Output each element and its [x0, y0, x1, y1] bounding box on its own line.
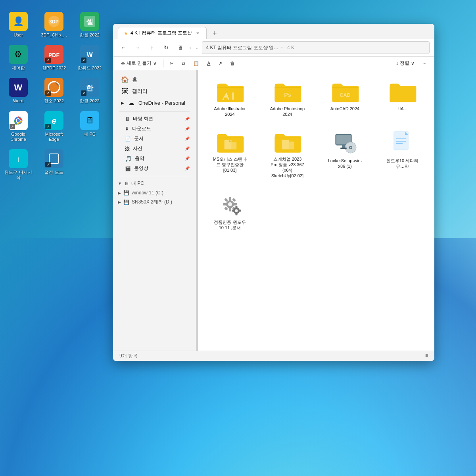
- hancel-icon: 셀: [80, 12, 99, 31]
- sidebar-music-label: 음악: [135, 155, 144, 162]
- address-bar[interactable]: 4 KT 컴퓨터 프로그램 포토샵 일… ··· 4 K: [202, 41, 430, 54]
- chrome-icon: ↗: [9, 111, 28, 130]
- folder-icon-autocad: CAD: [331, 80, 359, 104]
- sidebar-documents-label: 문서: [134, 135, 144, 142]
- sidebar-item-videos[interactable]: 🎬 동영상 📌: [113, 163, 196, 173]
- 3dp-icon-label: 3DP_Chip_...: [41, 33, 67, 38]
- pin-icon-music: 📌: [185, 156, 190, 161]
- sidebar-sn850x-section[interactable]: ▶ 💾 SN850X 2테라 (D:): [113, 197, 196, 207]
- svg-text:W: W: [86, 52, 93, 58]
- delete-icon: 🗑: [230, 61, 235, 66]
- sidebar-item-downloads[interactable]: ⬇ 다운로드 📌: [113, 124, 196, 134]
- desktop-icon-control-panel[interactable]: ⚙ 제어판: [4, 45, 33, 71]
- desktop-icon-mypc[interactable]: 🖥 내 PC: [75, 111, 104, 142]
- folder-icon-photoshop: Ps: [273, 80, 302, 104]
- copy-button[interactable]: ⧉: [178, 59, 188, 68]
- file-item-illustrator[interactable]: Adobe Illustrator 2024: [204, 77, 255, 121]
- rename-button[interactable]: A: [204, 59, 213, 68]
- sidebar-item-documents[interactable]: 📄 문서 📌: [113, 134, 196, 144]
- svg-rect-45: [235, 213, 237, 215]
- pictures-nav-icon: 🖼: [125, 146, 130, 152]
- file-item-genuine-windows[interactable]: 정품인증 윈도우 10 11 ,문서: [204, 188, 255, 234]
- file-item-photoshop[interactable]: Ps Adobe Photoshop 2024: [262, 77, 313, 121]
- title-bar: ★ 4 KT 컴퓨터 프로그램 포토샵 ✕ +: [113, 24, 434, 39]
- svg-rect-18: [231, 142, 236, 149]
- file-item-windows-doc[interactable]: 윈도우10 세다리 유…약: [377, 127, 428, 182]
- desktop-icon-edge[interactable]: e ↗ Microsoft Edge: [40, 111, 68, 142]
- edge-icon: e ↗: [44, 111, 63, 130]
- tab-active[interactable]: ★ 4 KT 컴퓨터 프로그램 포토샵 ✕: [118, 27, 207, 39]
- svg-point-43: [235, 209, 238, 212]
- share-button[interactable]: ↗: [215, 59, 225, 68]
- desktop-icon-user[interactable]: 👤 User: [4, 12, 33, 38]
- folder-icon-sketchup: [273, 130, 302, 154]
- hangul-label: 한글 2022: [80, 98, 100, 104]
- desktop-icon-hancel[interactable]: 셀 한셀 2022: [75, 12, 104, 38]
- nav-more-button[interactable]: ···: [194, 45, 199, 51]
- drive-d-icon: 💾: [123, 200, 129, 205]
- desktop-icon-hanword[interactable]: W ↗ 한워드 2022: [75, 45, 104, 71]
- sidebar-item-music[interactable]: 🎵 음악 📌: [113, 154, 196, 163]
- sidebar-mypc-section[interactable]: ▼ 🖥 내 PC: [113, 178, 196, 188]
- forward-button[interactable]: →: [132, 42, 143, 53]
- desktop-nav-icon: 🖥: [125, 116, 130, 122]
- file-name-windows-doc: 윈도우10 세다리 유…약: [385, 158, 420, 169]
- desktop-icon-chrome[interactable]: ↗ Google Chrome: [4, 111, 33, 142]
- hanword-icon: W ↗: [80, 45, 99, 64]
- toolbar: ⊕ 새로 만들기 ∨ ✂ ⧉ 📋 A ↗ 🗑: [113, 57, 434, 70]
- file-item-ha[interactable]: HA...: [377, 77, 428, 121]
- more-icon: ···: [422, 61, 426, 66]
- up-button[interactable]: ↑: [146, 42, 157, 53]
- pin-icon-pictures: 📌: [185, 146, 190, 151]
- file-item-locker[interactable]: LockerSetup-win-x86 (1): [319, 127, 370, 182]
- desktop-icon-hanpdf[interactable]: PDF ↗ 한PDF 2022: [40, 45, 68, 71]
- desktop-icon-sleep[interactable]: ↗ 절전 모드: [40, 149, 68, 180]
- file-item-autocad[interactable]: CAD AutoCAD 2024: [319, 77, 370, 121]
- file-name-autocad: AutoCAD 2024: [330, 106, 359, 111]
- sidebar-onedrive-label: OneDrive - Personal: [138, 100, 185, 106]
- pin-icon-documents: 📌: [185, 136, 190, 141]
- icon-row-5: i 윈도우 다시시작 ↗ 절전 모드: [4, 149, 104, 180]
- tab-close-button[interactable]: ✕: [194, 30, 201, 36]
- cut-button[interactable]: ✂: [167, 59, 177, 68]
- sidebar-item-gallery[interactable]: 🖼 갤러리: [115, 86, 194, 97]
- folder-icon-msoffice: [216, 130, 244, 154]
- back-button[interactable]: ←: [118, 42, 129, 53]
- file-item-sketchup[interactable]: 스케치업 2023 Pro 정품 v23.367 (x64) SketchUp[…: [262, 127, 313, 182]
- explorer-body: 🏠 홈 🖼 갤러리 ▶ ☁ OneDrive - Personal 🖥 바탕 화…: [113, 70, 434, 351]
- hanpdf-label: 한PDF 2022: [42, 65, 66, 71]
- sort-button[interactable]: ↕ 정렬 ∨: [393, 58, 418, 68]
- new-button[interactable]: ⊕ 새로 만들기 ∨: [118, 58, 160, 68]
- paste-button[interactable]: 📋: [190, 59, 202, 68]
- desktop-icon-windrestart[interactable]: i 윈도우 다시시작: [4, 149, 33, 180]
- svg-rect-47: [238, 209, 241, 211]
- folder-icon-ha: [388, 80, 417, 104]
- svg-text:e: e: [52, 116, 56, 126]
- sort-chevron-icon: ∨: [411, 61, 415, 66]
- svg-point-33: [228, 202, 232, 206]
- svg-rect-26: [342, 145, 345, 148]
- delete-button[interactable]: 🗑: [227, 59, 238, 68]
- sidebar-item-desktop[interactable]: 🖥 바탕 화면 📌: [113, 114, 196, 124]
- sort-icon: ↕: [396, 61, 398, 66]
- pin-icon-videos: 📌: [185, 166, 190, 171]
- sidebar-item-onedrive[interactable]: ▶ ☁ OneDrive - Personal: [115, 97, 194, 109]
- desktop-icon-3dp[interactable]: 3DP 3DP_Chip_...: [40, 12, 68, 38]
- file-item-msoffice[interactable]: MS오피스 스탠다드 영구인증판 [01.03]: [204, 127, 255, 182]
- desktop-icon-hanso[interactable]: ↗ 한소 2022: [40, 78, 68, 104]
- shortcut-arrow-7: ↗: [45, 162, 51, 167]
- view-button[interactable]: 🖥: [175, 42, 186, 53]
- icon-row-3: W Word ↗ 한소 2022 한: [4, 78, 104, 104]
- more-options-button[interactable]: ···: [419, 59, 430, 68]
- sidebar-divider-2: [119, 176, 190, 176]
- file-name-ha: HA...: [397, 106, 407, 111]
- desktop-icon-hangul[interactable]: 한 ↗ 한글 2022: [75, 78, 104, 104]
- tab-add-button[interactable]: +: [209, 28, 220, 39]
- sidebar-item-pictures[interactable]: 🖼 사진 📌: [113, 144, 196, 154]
- desktop-icon-word[interactable]: W Word: [4, 78, 33, 104]
- sidebar-item-home[interactable]: 🏠 홈: [115, 74, 194, 85]
- sidebar-win-c-section[interactable]: ▶ 💾 window 11 (C:): [113, 188, 196, 197]
- refresh-button[interactable]: ↻: [161, 42, 172, 53]
- sort-label: 정렬: [400, 60, 409, 67]
- breadcrumb-separator: ›: [189, 44, 191, 51]
